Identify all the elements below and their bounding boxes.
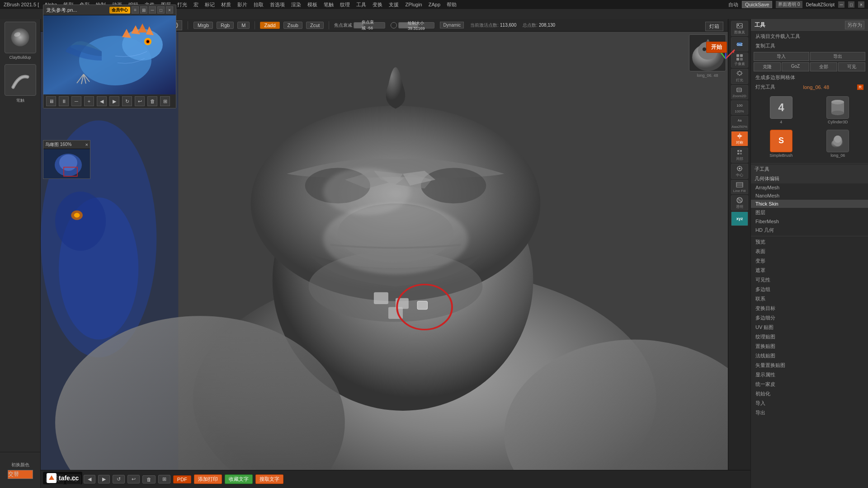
extract-text-btn[interactable]: 搜取文字 [255,474,283,484]
copy-tool-item[interactable]: 复制工具 [751,41,868,51]
brush-size-slider[interactable]: 绘制大小 39.31169 [398,22,434,28]
icon-light[interactable]: 灯光 [731,69,748,84]
menu-item-movie[interactable]: 影片 [235,0,250,9]
mini-close-btn[interactable]: × [85,142,88,147]
quicksave-button[interactable]: QuickSave [742,1,772,8]
canvas-delete-btn[interactable]: 🗑 [142,475,156,483]
ref-min-btn[interactable]: ─ [149,6,156,14]
member-badge[interactable]: 会员中心 [109,7,130,14]
rgb-btn[interactable]: Rgb [217,22,234,29]
zsub-btn[interactable]: Zsub [283,22,302,29]
preview-item[interactable]: 预览 [751,237,868,247]
menu-item-material[interactable]: 材质 [218,0,234,9]
subtool-section[interactable]: 子工具 [751,164,868,174]
normal-map-item[interactable]: 法线贴图 [751,351,868,361]
win-minimize[interactable]: ─ [838,1,844,8]
menu-item-template[interactable]: 模板 [305,0,320,9]
ref-screen-btn[interactable]: 🖥 [46,96,56,106]
canvas-undo-btn[interactable]: ↩ [127,475,140,483]
all-btn[interactable]: 全部 [810,62,837,71]
ref-delete-btn[interactable]: 🗑 [147,96,157,106]
ref-reset-btn[interactable]: ↩ [135,96,145,106]
ref-grid-view-btn[interactable]: ⊞ [160,96,170,106]
export-btn[interactable]: 导出 [810,52,866,61]
polygroups-item[interactable]: 多边组 [751,285,868,294]
transform-target-item[interactable]: 变换目标 [751,304,868,313]
add-print-btn[interactable]: 添加打印 [194,474,222,484]
open-lightbox-btn[interactable]: 灯箱 [705,22,723,31]
ref-grid-btn[interactable]: ⊞ [140,6,147,14]
tool-item-long06[interactable]: long_06 [811,128,866,160]
ref-menu-btn[interactable]: = [132,6,139,14]
save-as-btn[interactable]: 另存为 [845,21,864,29]
win-maximize[interactable]: □ [848,1,854,8]
menu-item-macro[interactable]: 宏 [191,0,201,9]
icon-symmetry[interactable]: 对称 [731,131,748,146]
tool-item-simplebrush[interactable]: S SimpleBrush [754,128,809,160]
start-btn[interactable]: 开始 [706,42,727,53]
clone-btn[interactable]: 克隆 [754,62,781,71]
focal-slider[interactable]: 焦点衰减 -56 [354,22,385,28]
export2-item[interactable]: 导出 [751,408,868,418]
visible-btn[interactable]: 可见 [838,62,865,71]
menu-item-help[interactable]: 帮助 [444,0,459,9]
initialize-item[interactable]: 初始化 [751,389,868,399]
mask-item[interactable]: 遮罩 [751,266,868,275]
menu-item-marker[interactable]: 标记 [202,0,217,9]
mrgb-btn[interactable]: Mrgb [193,22,213,29]
geometry-section[interactable]: 几何体编辑 [751,174,868,183]
ref-max-btn[interactable]: □ [157,6,165,14]
light-tool-item[interactable]: 灯光工具 long_06. 48 R [751,82,868,92]
import2-item[interactable]: 导入 [751,399,868,408]
layer-item[interactable]: 图层 [751,208,868,217]
menu-item-render[interactable]: 渲染 [288,0,304,9]
icon-local-sym[interactable]: 局部 [731,147,748,163]
deform-item[interactable]: 变形 [751,256,868,266]
icon-center[interactable]: 中心 [731,164,748,179]
ref-prev-btn[interactable]: ◀ [97,96,107,106]
icon-image[interactable]: 图像真 [731,21,748,36]
subdivision-item[interactable]: 多边细分 [751,313,868,323]
r-badge[interactable]: R [857,84,864,90]
import-btn[interactable]: 导入 [754,52,809,61]
unified-skin-item[interactable]: 统一家皮 [751,380,868,389]
thick-skin-item[interactable]: Thick Skin [751,200,868,208]
pdf-btn[interactable]: PDF [173,475,191,483]
icon-linefill[interactable]: Line Fill [731,180,748,194]
canvas-grid-btn[interactable]: ⊞ [158,475,170,483]
menu-item-pickup[interactable]: 抬取 [251,0,266,9]
color-swatch[interactable]: 交替 [8,470,33,479]
icon-xyz[interactable]: xyz [731,211,748,226]
icon-aa250[interactable]: Aa Aaa250% [731,116,748,130]
from-project-item[interactable]: 从项目文件载入工具 [751,32,868,41]
vector-disp-item[interactable]: 矢量置换贴图 [751,361,868,370]
menu-item-transform[interactable]: 变换 [370,0,385,9]
menu-item-texture[interactable]: 纹理 [337,0,353,9]
stroke-brush[interactable] [5,64,36,96]
ref-next-btn[interactable]: ▶ [109,96,119,106]
tool-item-cylinder3d[interactable]: Cylinder3D [811,94,866,126]
show-attr-item[interactable]: 显示属性 [751,370,868,380]
visibility-item[interactable]: 可见性 [751,275,868,285]
zcut-btn[interactable]: Zcut [306,22,324,29]
canvas-rotate-btn[interactable]: ↺ [113,475,125,483]
links-item[interactable]: 联系 [751,294,868,304]
icon-zoom2d[interactable]: 2D Zoom2D [731,85,748,99]
dynamic-btn[interactable]: Dynamic [440,22,464,28]
icon-transparent[interactable]: 透明 [731,195,748,211]
win-close[interactable]: × [858,1,864,8]
menu-item-tool[interactable]: 工具 [354,0,369,9]
nanomesh-item[interactable]: NanoMesh [751,192,868,200]
hd-geo-item[interactable]: HD 几何 [751,225,868,235]
ref-rotate-btn[interactable]: ↻ [122,96,132,106]
fibermesh-item[interactable]: FiberMesh [751,217,868,225]
zadd-btn[interactable]: Zadd [260,22,279,29]
menu-item-prefs[interactable]: 首选项 [267,0,288,9]
goz-btn[interactable]: GoZ [782,62,809,71]
replace-map-item[interactable]: 置换贴图 [751,342,868,351]
menu-item-zapp[interactable]: ZApp [426,1,443,8]
make-polymesh-item[interactable]: 生成多边形网格体 [751,73,868,82]
canvas-pan-left-btn[interactable]: ◀ [84,475,95,483]
menu-item-stroke[interactable]: 笔触 [321,0,336,9]
arraymesh-item[interactable]: ArrayMesh [751,183,868,192]
